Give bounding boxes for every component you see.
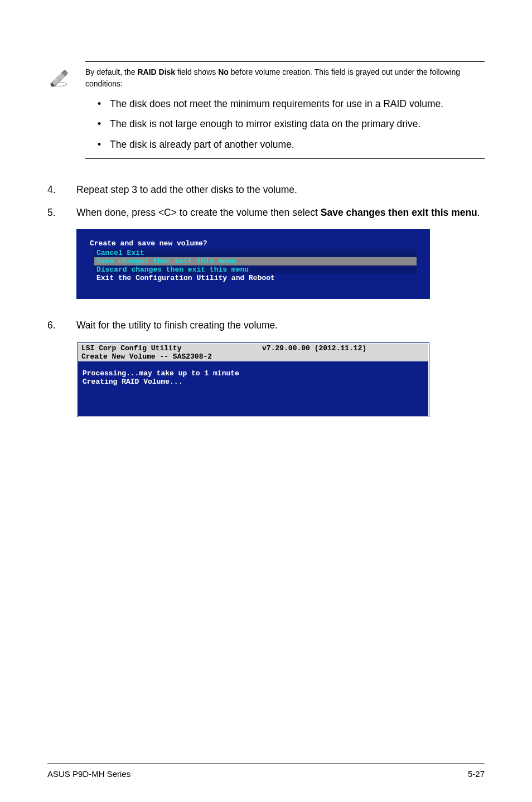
- bios-option-save-exit: Save changes then exit this menu: [94, 257, 417, 265]
- note-bullet-list: The disk does not meet the minimum requi…: [85, 96, 485, 152]
- bios-dialog: Create and save new volume? Cancel Exit …: [76, 229, 430, 299]
- bios-version: v7.29.00.00 (2012.11.12): [212, 344, 366, 361]
- bios-status-line: Creating RAID Volume...: [83, 378, 424, 386]
- step-5: 5. When done, press <C> to create the vo…: [47, 205, 485, 220]
- step-text: Wait for the utility to finish creating …: [76, 318, 485, 333]
- footer-divider: [47, 764, 485, 764]
- bios-status-line: Processing...may take up to 1 minute: [83, 369, 424, 378]
- bios-title: LSI Corp Config Utility: [81, 344, 212, 352]
- text: By default, the: [85, 67, 137, 76]
- step-text: When done, press <C> to create the volum…: [76, 205, 485, 220]
- divider: [85, 158, 485, 159]
- bios-body: Processing...may take up to 1 minute Cre…: [78, 361, 428, 416]
- step-6: 6. Wait for the utility to finish creati…: [47, 318, 485, 333]
- step-number: 4.: [47, 182, 76, 197]
- text: field shows: [175, 67, 218, 76]
- bold-text: Save changes then exit this menu: [321, 207, 477, 218]
- bios-screenshot-1: Create and save new volume? Cancel Exit …: [76, 229, 485, 299]
- bios-option-discard-exit: Discard changes then exit this menu: [94, 265, 417, 274]
- step-number: 5.: [47, 205, 76, 220]
- note-paragraph: By default, the RAID Disk field shows No…: [85, 66, 485, 90]
- bios-titlebar: LSI Corp Config Utility Create New Volum…: [78, 344, 428, 361]
- footer-product: ASUS P9D-MH Series: [47, 769, 130, 779]
- note-content: By default, the RAID Disk field shows No…: [85, 61, 485, 159]
- bios-window: LSI Corp Config Utility Create New Volum…: [76, 342, 430, 418]
- note-pencil-icon: [47, 65, 70, 87]
- bullet-item: The disk is not large enough to mirror e…: [98, 117, 485, 131]
- text: When done, press <C> to create the volum…: [76, 207, 321, 218]
- bullet-item: The disk does not meet the minimum requi…: [98, 96, 485, 111]
- bullet-item: The disk is already part of another volu…: [98, 137, 485, 152]
- note-section: By default, the RAID Disk field shows No…: [47, 61, 485, 159]
- bios-subtitle: Create New Volume -- SAS2308-2: [81, 352, 212, 361]
- bold-text: RAID Disk: [137, 67, 175, 76]
- bios-screenshot-2: LSI Corp Config Utility Create New Volum…: [76, 342, 485, 418]
- step-text: Repeat step 3 to add the other disks to …: [76, 182, 485, 197]
- bios-option-cancel: Cancel Exit: [94, 249, 417, 257]
- footer-page-number: 5-27: [468, 769, 485, 779]
- text: .: [477, 207, 480, 218]
- step-number: 6.: [47, 318, 76, 333]
- bios-option-exit-reboot: Exit the Configuration Utility and Reboo…: [94, 274, 417, 282]
- divider: [85, 61, 485, 62]
- step-4: 4. Repeat step 3 to add the other disks …: [47, 182, 485, 197]
- bios-prompt: Create and save new volume?: [90, 239, 417, 248]
- bold-text: No: [218, 67, 229, 76]
